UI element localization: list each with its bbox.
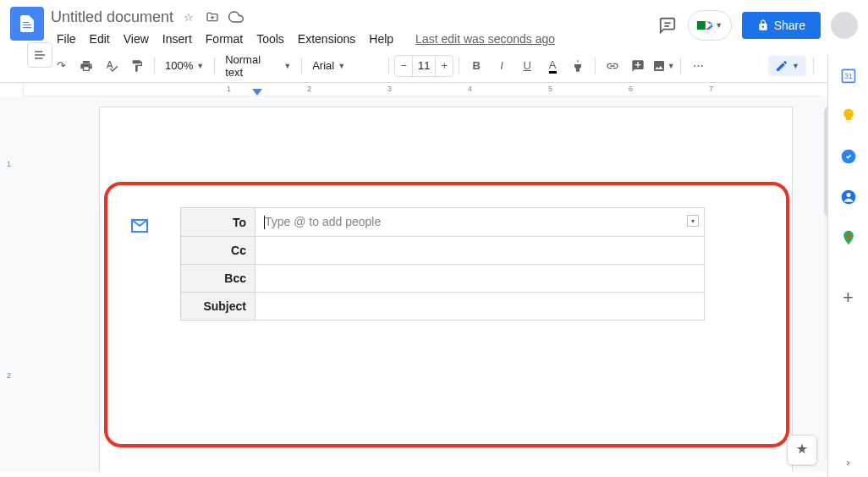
italic-button[interactable]: I: [490, 54, 514, 78]
share-button[interactable]: Share: [742, 12, 821, 39]
explore-button[interactable]: [787, 435, 817, 465]
bold-button[interactable]: B: [464, 54, 488, 78]
add-comment-button[interactable]: [626, 54, 650, 78]
email-bcc-input[interactable]: [264, 271, 674, 285]
menu-extensions[interactable]: Extensions: [292, 29, 361, 49]
font-size-decrease[interactable]: −: [395, 56, 412, 76]
toolbar: ↶ ↷ 100%▼ Normal text▼ Arial▼ − 11 + B I…: [0, 49, 868, 83]
menu-bar: File Edit View Insert Format Tools Exten…: [51, 29, 657, 49]
vertical-ruler[interactable]: 12: [0, 96, 24, 472]
email-to-dropdown-icon[interactable]: ▾: [687, 215, 699, 227]
doc-title[interactable]: Untitled document: [51, 8, 173, 26]
menu-format[interactable]: Format: [200, 29, 249, 49]
email-cc-label: Cc: [181, 237, 255, 265]
tasks-icon[interactable]: [840, 148, 857, 165]
zoom-select[interactable]: 100%▼: [160, 56, 209, 75]
menu-edit[interactable]: Edit: [84, 29, 116, 49]
email-to-input[interactable]: [265, 215, 675, 228]
spellcheck-button[interactable]: [100, 54, 124, 78]
horizontal-ruler[interactable]: 1234567: [24, 83, 821, 96]
star-icon[interactable]: ☆: [180, 8, 197, 25]
insert-image-button[interactable]: ▼: [651, 54, 675, 78]
highlight-button[interactable]: [566, 54, 590, 78]
document-page[interactable]: To▾CcBccSubject: [99, 107, 793, 472]
last-edit-link[interactable]: Last edit was seconds ago: [409, 29, 561, 49]
menu-help[interactable]: Help: [363, 29, 399, 49]
email-draft-block[interactable]: To▾CcBccSubject: [129, 207, 772, 321]
font-select[interactable]: Arial▼: [307, 56, 383, 75]
redo-button[interactable]: ↷: [49, 54, 73, 78]
meet-button[interactable]: ▼: [688, 10, 732, 41]
outline-toggle-button[interactable]: [27, 42, 52, 68]
account-avatar[interactable]: [831, 12, 858, 39]
editing-mode-button[interactable]: ▼: [768, 56, 806, 76]
email-cc-input[interactable]: [264, 244, 674, 257]
move-icon[interactable]: [204, 8, 221, 25]
font-size-increase[interactable]: +: [436, 56, 453, 76]
svg-point-7: [846, 233, 849, 237]
email-subject-input[interactable]: [264, 299, 674, 313]
docs-logo[interactable]: [10, 7, 44, 41]
email-bcc-label: Bcc: [181, 265, 255, 293]
contacts-icon[interactable]: [840, 189, 857, 206]
paint-format-button[interactable]: [125, 54, 149, 78]
gmail-icon[interactable]: [129, 216, 150, 236]
maps-icon[interactable]: [840, 229, 857, 246]
svg-point-6: [846, 193, 850, 197]
hide-side-panel-button[interactable]: ›: [846, 456, 849, 469]
font-size-group: − 11 +: [394, 55, 453, 77]
cloud-status-icon[interactable]: [228, 8, 244, 25]
email-cc-cell[interactable]: [255, 237, 705, 265]
comment-history-icon[interactable]: [657, 15, 678, 36]
email-subject-cell[interactable]: [255, 293, 705, 321]
email-subject-label: Subject: [181, 293, 255, 321]
keep-icon[interactable]: [840, 107, 857, 124]
menu-view[interactable]: View: [118, 29, 155, 49]
side-panel: 31 + ›: [827, 55, 868, 477]
chevron-down-icon: ▼: [715, 21, 722, 30]
share-label: Share: [774, 19, 805, 32]
insert-link-button[interactable]: [601, 54, 624, 78]
email-bcc-cell[interactable]: [255, 265, 705, 293]
menu-tools[interactable]: Tools: [250, 29, 290, 49]
calendar-icon[interactable]: 31: [840, 67, 857, 84]
underline-button[interactable]: U: [515, 54, 539, 78]
add-addon-button[interactable]: +: [843, 287, 854, 309]
text-color-button[interactable]: A: [541, 54, 564, 78]
font-size-value[interactable]: 11: [412, 56, 436, 76]
more-button[interactable]: ⋯: [686, 54, 710, 78]
email-to-label: To: [181, 208, 255, 237]
svg-text:31: 31: [844, 72, 853, 80]
menu-insert[interactable]: Insert: [157, 29, 198, 49]
menu-file[interactable]: File: [51, 29, 82, 49]
style-select[interactable]: Normal text▼: [220, 50, 296, 82]
email-to-cell[interactable]: ▾: [255, 208, 705, 237]
print-button[interactable]: [74, 54, 98, 78]
